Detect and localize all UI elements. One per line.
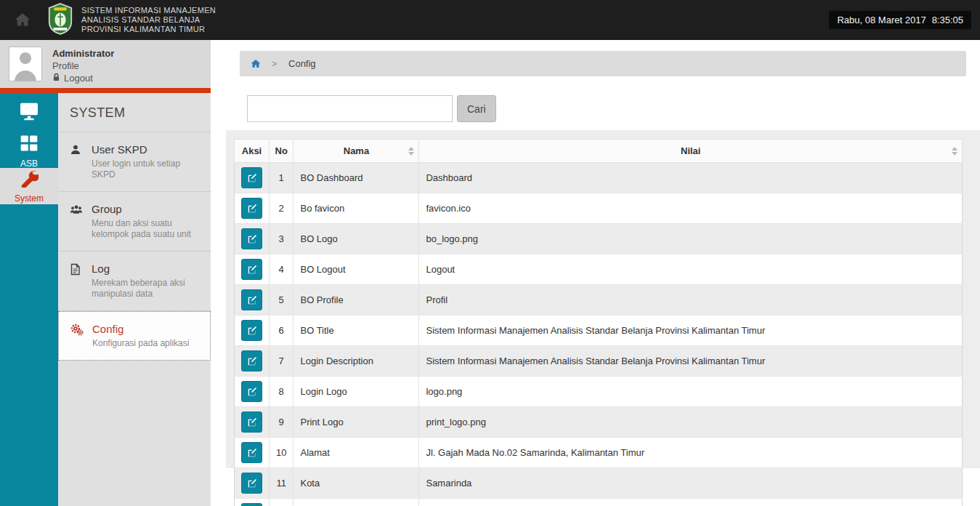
config-value: logo.png [419,377,963,407]
config-value: Samarinda [419,468,963,499]
config-name: Login Logo [293,377,419,407]
app-title: SISTEM INFORMASI MANAJEMEN ANALISIS STAN… [81,6,216,34]
edit-button[interactable] [241,411,262,433]
table-header-row: Aksi No Nama Nilai [235,140,963,163]
table-row: 10 Alamat Jl. Gajah Mada No.02 Samarinda… [235,438,963,468]
config-value [419,499,963,506]
config-name: Bo favicon [293,193,419,224]
rail-item-dashboard[interactable] [0,93,58,134]
sidebar-item-desc: Menu dan aksi suatu kelompok pada suatu … [92,218,201,240]
table-row: 3 BO Logo bo_logo.png [235,224,963,254]
app-title-line3: PROVINSI KALIMANTAN TIMUR [81,25,216,34]
config-value: Sistem Informasi Manajemen Analisis Stan… [419,346,963,377]
table-row: 4 BO Logout Logout [235,254,963,285]
sidebar-item-user-skpd[interactable]: User SKPD User login untuk setiap SKPD [58,132,211,192]
home-icon[interactable] [10,8,35,33]
sidebar-item-log[interactable]: Log Merekam beberapa aksi manipulasi dat… [58,252,211,311]
edit-button[interactable] [241,198,262,219]
sidebar: Administrator Profile Logout [0,40,211,506]
edit-button[interactable] [241,228,262,249]
edit-button[interactable] [241,289,262,310]
user-icon [70,143,83,180]
config-value: Dashboard [419,163,963,193]
breadcrumb-separator: > [272,59,277,69]
aksi-cell [235,254,270,285]
system-menu-panel: SYSTEM User SKPD User login untuk setiap… [58,93,211,506]
main-content: > Config Cari Aksi No Nama [211,40,980,506]
monitor-icon [17,100,41,125]
table-row: 8 Login Logo logo.png [235,377,963,407]
column-header-nilai[interactable]: Nilai [419,140,963,163]
row-number: 12 [270,499,293,506]
breadcrumb-page: Config [288,58,316,69]
sidebar-item-config[interactable]: Config Konfigurasi pada aplikasi [58,311,211,361]
edit-button[interactable] [241,503,262,506]
group-icon [70,203,83,240]
log-icon [70,262,83,300]
table-row: 7 Login Description Sistem Informasi Man… [235,346,963,377]
config-name: Print Logo [293,407,419,438]
edit-button[interactable] [241,350,262,372]
search-button[interactable]: Cari [457,95,496,122]
edit-button[interactable] [241,167,262,188]
config-name: Kota [293,468,419,499]
sidebar-item-desc: User login untuk setiap SKPD [92,158,201,180]
edit-button[interactable] [241,320,262,341]
edit-button[interactable] [241,381,262,402]
table-row: 1 BO Dashboard Dashboard [235,163,963,193]
config-value: Profil [419,285,963,316]
config-name: BO Dashboard [293,163,419,193]
logout-link[interactable]: Logout [52,73,114,84]
row-number: 3 [270,224,293,254]
config-name: Login Description [293,346,419,377]
row-number: 6 [270,316,293,346]
row-number: 1 [270,163,293,193]
edit-button[interactable] [241,259,262,280]
table-row: 2 Bo favicon favicon.ico [235,193,963,224]
accent-divider [0,88,211,93]
app-title-line1: SISTEM INFORMASI MANAJEMEN [81,6,216,15]
row-number: 11 [270,468,293,499]
search-input[interactable] [247,95,453,122]
config-value: print_logo.png [419,407,963,438]
config-value: Logout [419,254,963,285]
sidebar-item-title: User SKPD [92,143,201,156]
current-date: Rabu, 08 Maret 2017 [837,15,926,25]
edit-button[interactable] [241,473,262,494]
profile-link[interactable]: Profile [52,60,114,71]
row-number: 10 [270,438,293,468]
breadcrumb-home-icon[interactable] [250,58,262,70]
table-row: 9 Print Logo print_logo.png [235,407,963,438]
aksi-cell [235,316,270,346]
gears-icon [70,323,84,349]
rail-item-system[interactable]: System [0,168,58,204]
config-name: BO Logo [293,224,419,254]
breadcrumb: > Config [240,51,966,76]
sidebar-item-group[interactable]: Group Menu dan aksi suatu kelompok pada … [58,192,211,252]
sidebar-item-desc: Konfigurasi pada aplikasi [92,338,201,349]
column-header-nama[interactable]: Nama [293,140,419,163]
aksi-cell [235,468,270,499]
user-name: Administrator [52,48,114,59]
column-header-aksi: Aksi [235,140,270,163]
aksi-cell [235,193,270,224]
aksi-cell [235,499,270,506]
rail-item-asb[interactable]: ASB [0,134,58,168]
sidebar-item-title: Config [92,323,201,335]
grid-icon [20,134,39,156]
aksi-cell [235,285,270,316]
column-header-label: Nama [344,145,369,156]
config-value: Sistem Informasi Manajemen Analisis Stan… [419,316,963,346]
sort-icon[interactable] [408,147,414,156]
table-row: 6 BO Title Sistem Informasi Manajemen An… [235,316,963,346]
config-table: Aksi No Nama Nilai [234,139,963,506]
logout-label: Logout [64,73,93,84]
aksi-cell [235,438,270,468]
column-header-no: No [270,140,293,163]
column-header-label: Nilai [681,145,700,156]
sidebar-item-title: Log [92,262,201,275]
edit-button[interactable] [241,442,262,463]
module-rail: ASB System [0,93,58,506]
sort-icon[interactable] [952,147,957,156]
table-row: 5 BO Profile Profil [235,285,963,316]
